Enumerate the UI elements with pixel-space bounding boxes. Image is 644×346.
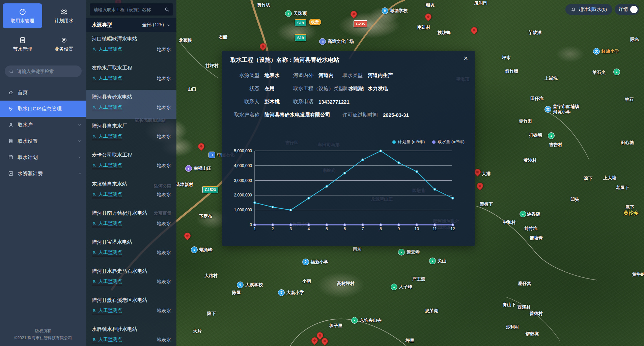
map-poi[interactable]: ▲	[520, 211, 526, 217]
toggle-knob[interactable]	[630, 6, 638, 13]
monitor-point-link[interactable]: 人工监测点	[92, 337, 122, 343]
monitor-point-link[interactable]: 人工监测点	[92, 220, 122, 227]
monitor-point-link[interactable]: 人工监测点	[92, 133, 122, 140]
intake-list-item[interactable]: 陆河县激石溪老区水电站 人工监测点 地表水	[86, 293, 176, 322]
map-label: 黄沙村	[524, 157, 537, 163]
map-poi[interactable]: ▲尖山	[429, 258, 446, 264]
intake-name: 水唇镇水栏肚水电站	[92, 326, 171, 332]
map-pin-marker[interactable]	[349, 9, 358, 19]
map-pin-marker[interactable]	[320, 337, 329, 346]
intake-list-item[interactable]: 陆河县青砼水电站 人工监测点 地表水	[86, 90, 176, 119]
map-poi[interactable]: 文普宁市船埔镇河坑小学	[544, 104, 579, 115]
map-poi[interactable]: ▲聚云寺	[398, 249, 420, 256]
school-poi-icon[interactable]: 文	[382, 7, 388, 14]
school-poi-icon[interactable]: 文	[302, 259, 309, 265]
chevron-down-icon[interactable]	[78, 139, 82, 143]
monitor-point-link[interactable]: 人工监测点	[92, 278, 122, 285]
map-poi[interactable]: ▲	[613, 69, 620, 75]
peak-poi-icon[interactable]: ▲	[429, 258, 436, 264]
water-source-filter[interactable]: 水源类型 全部 (125)	[86, 18, 176, 32]
water-source-type: 地表水	[157, 105, 171, 111]
module-button-4[interactable]: 业务设置	[44, 32, 84, 57]
fuel-poi-icon[interactable]	[208, 152, 215, 158]
monitor-point-link[interactable]: 人工监测点	[92, 191, 122, 198]
detail-toggle[interactable]: 详情	[615, 4, 639, 15]
map-poi[interactable]: ▲东坑尖山寺	[351, 317, 382, 324]
map-label: 庵下	[625, 204, 634, 210]
module-button-1[interactable]: 取用水管理	[3, 3, 42, 28]
plaza-poi-icon[interactable]	[319, 38, 326, 45]
monitor-point-link[interactable]: 人工监测点	[92, 104, 122, 111]
monitor-point-link[interactable]: 人工监测点	[92, 162, 122, 169]
sidebar-item-2[interactable]: 取水口GIS信息管理	[0, 101, 86, 117]
map-pin-marker[interactable]	[470, 26, 479, 35]
peak-poi-icon[interactable]: ▲	[548, 132, 555, 139]
peak-poi-icon[interactable]: ▲	[520, 211, 526, 217]
school-poi-icon[interactable]: 文	[237, 282, 244, 288]
monitor-point-link[interactable]: 人工监测点	[92, 249, 122, 256]
chevron-down-icon[interactable]	[78, 171, 82, 176]
map-label: 南进村	[417, 24, 430, 30]
intake-list-item[interactable]: 陆河县自来水厂 人工监测点 地表水	[86, 119, 176, 148]
peakblue-poi-icon[interactable]: ▲	[191, 246, 198, 253]
map-poi[interactable]: 文大新小学	[278, 289, 304, 296]
peak-poi-icon[interactable]: ▲	[613, 69, 620, 75]
sidebar-item-3[interactable]: 取水户	[0, 117, 86, 133]
sidebar-item-4[interactable]: 取水设置	[0, 133, 86, 149]
map-poi[interactable]: ▲	[548, 132, 555, 139]
school-poi-icon[interactable]: 文	[278, 289, 285, 296]
map-poi[interactable]: 文红旗小学	[593, 48, 619, 55]
intake-list-item[interactable]: 陆河县宝塔水电站 人工监测点 地表水	[86, 235, 176, 264]
temple-poi-icon[interactable]: ▲	[351, 317, 358, 324]
map-poi[interactable]: ▲人子峰	[391, 284, 412, 290]
module-button-2[interactable]: 计划用水	[44, 3, 84, 28]
water-source-type: 地表水	[157, 192, 171, 198]
sidebar-item-6[interactable]: 水资源计费	[0, 165, 86, 182]
map-pin-marker[interactable]	[424, 12, 433, 21]
peak-poi-icon[interactable]: ▲	[285, 10, 292, 17]
intake-list-item[interactable]: 麦卡公司取水工程 人工监测点 地表水	[86, 148, 176, 177]
temple-poi-icon[interactable]: ▲	[398, 249, 405, 256]
module-button-3[interactable]: 节水管理	[3, 32, 42, 57]
map-poi[interactable]: 文墩塘学校	[382, 7, 408, 14]
chevron-down-icon[interactable]	[78, 155, 82, 159]
search-icon[interactable]	[164, 7, 170, 12]
peak-poi-icon[interactable]: ▲	[391, 284, 397, 290]
intake-list-item[interactable]: 陆河县水唇走马石水电站 人工监测点 地表水	[86, 264, 176, 293]
map-pin-marker[interactable]	[315, 331, 325, 340]
sidebar-item-1[interactable]: 首页	[0, 84, 86, 101]
map-poi[interactable]: ▲螺角峰	[191, 246, 213, 253]
map-pin-marker[interactable]	[310, 336, 319, 345]
intake-search-input[interactable]	[93, 7, 162, 12]
sidebar-item-5[interactable]: 取水计划	[0, 149, 86, 165]
map-label: 中和村	[503, 219, 516, 225]
monitor-point-link[interactable]: 人工监测点	[92, 46, 122, 53]
sidebar-search-input[interactable]	[17, 69, 78, 74]
map-pin-marker[interactable]	[197, 142, 206, 151]
chevron-down-icon[interactable]	[167, 23, 171, 27]
chevron-down-icon[interactable]	[78, 123, 82, 127]
school-poi-icon[interactable]: 文	[544, 106, 551, 113]
map-poi[interactable]: 高塘文化广场	[319, 38, 354, 45]
map-pin-marker[interactable]	[475, 181, 484, 190]
intake-list-item[interactable]: 友能水厂取水工程 人工监测点 地表水	[86, 61, 176, 90]
resort-poi-icon[interactable]: ♦	[185, 165, 192, 172]
intake-list-item[interactable]: 陆河县南万镇杞洋水电站 人工监测点 地表水	[86, 206, 176, 235]
filter-value[interactable]: 全部 (125)	[142, 22, 164, 28]
close-icon[interactable]: ×	[462, 53, 469, 63]
legend-item[interactable]: 计划量 (m³/年)	[392, 139, 425, 145]
school-poi-icon[interactable]: 文	[593, 48, 600, 55]
map-pin-marker[interactable]	[258, 42, 268, 51]
intake-list-item[interactable]: 河口镇唱歌潭水电站 人工监测点 地表水	[86, 32, 176, 61]
monitor-point-link[interactable]: 人工监测点	[92, 75, 122, 82]
intake-list-item[interactable]: 水唇镇水栏肚水电站 人工监测点 地表水	[86, 322, 176, 346]
map-poi[interactable]: 文大溪学校	[237, 282, 263, 288]
legend-item[interactable]: 取水量 (m³/年)	[432, 139, 465, 145]
intake-list-item[interactable]: 东坑镇自来水站 人工监测点 地表水	[86, 177, 176, 206]
map-poi[interactable]: 文福新小学	[302, 259, 328, 265]
monitor-point-link[interactable]: 人工监测点	[92, 308, 122, 314]
over-plan-intake-button[interactable]: 超计划取水(0)	[565, 4, 612, 15]
map-poi[interactable]: ▲天珠顶	[285, 10, 307, 17]
map-pin-marker[interactable]	[183, 231, 192, 240]
map-poi[interactable]: ♦幸福山庄	[185, 165, 211, 172]
